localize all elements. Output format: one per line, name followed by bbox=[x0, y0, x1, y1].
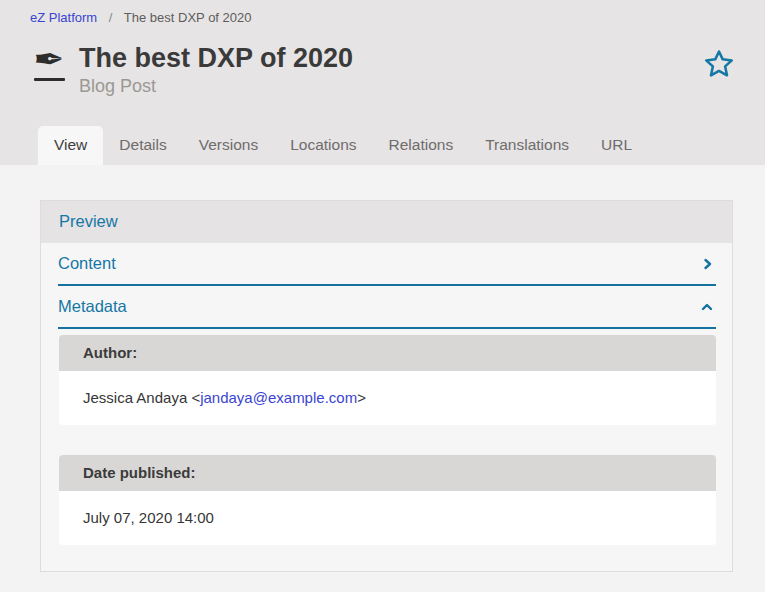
title-row: ✒ The best DXP of 2020 Blog Post bbox=[0, 26, 765, 97]
tab-locations[interactable]: Locations bbox=[274, 126, 372, 165]
tab-details[interactable]: Details bbox=[103, 126, 182, 165]
author-suffix-text: > bbox=[357, 389, 366, 406]
tab-translations[interactable]: Translations bbox=[469, 126, 585, 165]
pen-glyph: ✒ bbox=[33, 43, 64, 77]
field-label-text: Author: bbox=[83, 344, 137, 361]
breadcrumb: eZ Platform / The best DXP of 2020 bbox=[0, 0, 765, 26]
field-date-label: Date published: bbox=[59, 455, 716, 491]
field-author-value: Jessica Andaya <jandaya@example.com> bbox=[59, 371, 716, 425]
tab-view[interactable]: View bbox=[38, 126, 103, 165]
author-name-text: Jessica Andaya < bbox=[83, 389, 200, 406]
author-email-link[interactable]: jandaya@example.com bbox=[200, 389, 357, 406]
content-type-label: Blog Post bbox=[79, 76, 353, 97]
preview-header: Preview bbox=[41, 201, 732, 243]
bookmark-star-button[interactable] bbox=[703, 48, 735, 80]
breadcrumb-current: The best DXP of 2020 bbox=[124, 10, 252, 25]
tab-url[interactable]: URL bbox=[585, 126, 648, 165]
pen-underline bbox=[34, 78, 65, 81]
section-label-content: Content bbox=[58, 254, 116, 273]
title-group: The best DXP of 2020 Blog Post bbox=[79, 43, 353, 97]
chevron-right-icon bbox=[701, 257, 714, 271]
section-toggle-metadata[interactable]: Metadata bbox=[58, 286, 716, 329]
preview-label: Preview bbox=[59, 212, 118, 230]
page-title: The best DXP of 2020 bbox=[79, 43, 353, 73]
breadcrumb-link-ez-platform[interactable]: eZ Platform bbox=[30, 10, 97, 25]
section-label-metadata: Metadata bbox=[58, 297, 127, 316]
tab-relations[interactable]: Relations bbox=[373, 126, 470, 165]
field-date-published: Date published: July 07, 2020 14:00 bbox=[59, 455, 716, 545]
section-toggle-content[interactable]: Content bbox=[58, 243, 716, 286]
header: eZ Platform / The best DXP of 2020 ✒ The… bbox=[0, 0, 765, 165]
field-label-text: Date published: bbox=[83, 464, 196, 481]
tab-versions[interactable]: Versions bbox=[183, 126, 274, 165]
date-text: July 07, 2020 14:00 bbox=[83, 509, 214, 526]
field-author: Author: Jessica Andaya <jandaya@example.… bbox=[59, 335, 716, 425]
main-content: Preview Content Metadata Author: bbox=[0, 165, 765, 572]
metadata-section-body: Author: Jessica Andaya <jandaya@example.… bbox=[41, 329, 732, 545]
breadcrumb-separator: / bbox=[109, 10, 113, 25]
star-icon bbox=[703, 48, 735, 80]
chevron-up-icon bbox=[700, 301, 714, 313]
content-view-page: eZ Platform / The best DXP of 2020 ✒ The… bbox=[0, 0, 765, 572]
tab-bar: View Details Versions Locations Relation… bbox=[38, 126, 648, 165]
field-author-label: Author: bbox=[59, 335, 716, 371]
preview-panel: Preview Content Metadata Author: bbox=[40, 200, 733, 572]
field-date-value: July 07, 2020 14:00 bbox=[59, 491, 716, 545]
pen-nib-icon: ✒ bbox=[26, 43, 72, 81]
